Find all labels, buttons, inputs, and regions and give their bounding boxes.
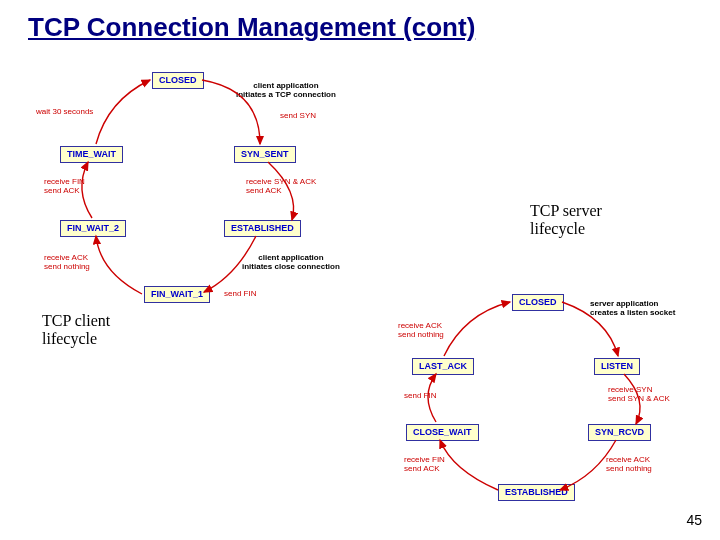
client-state-established: ESTABLISHED <box>224 220 301 237</box>
server-state-close-wait: CLOSE_WAIT <box>406 424 479 441</box>
client-ann-send-syn: send SYN <box>280 112 316 121</box>
server-ann-recv-syn: receive SYNsend SYN & ACK <box>608 386 670 404</box>
label-client-lifecycle: TCP clientlifecycle <box>42 312 110 347</box>
client-ann-recv-ack: receive ACKsend nothing <box>44 254 90 272</box>
server-state-established: ESTABLISHED <box>498 484 575 501</box>
server-state-last-ack: LAST_ACK <box>412 358 474 375</box>
page-number: 45 <box>686 512 702 528</box>
label-server-lifecycle: TCP serverlifecycle <box>530 202 602 237</box>
server-state-closed: CLOSED <box>512 294 564 311</box>
client-ann-recv-synack: receive SYN & ACKsend ACK <box>246 178 316 196</box>
slide-title: TCP Connection Management (cont) <box>28 12 475 43</box>
server-ann-recv-fin: receive FINsend ACK <box>404 456 445 474</box>
server-state-listen: LISTEN <box>594 358 640 375</box>
client-state-closed: CLOSED <box>152 72 204 89</box>
client-ann-init: client applicationinitiates a TCP connec… <box>236 82 336 100</box>
client-state-syn-sent: SYN_SENT <box>234 146 296 163</box>
client-state-fin-wait-1: FIN_WAIT_1 <box>144 286 210 303</box>
server-ann-recv-ack: receive ACKsend nothing <box>606 456 652 474</box>
server-state-syn-rcvd: SYN_RCVD <box>588 424 651 441</box>
client-state-fin-wait-2: FIN_WAIT_2 <box>60 220 126 237</box>
client-ann-wait30: wait 30 seconds <box>36 108 93 117</box>
client-state-time-wait: TIME_WAIT <box>60 146 123 163</box>
client-ann-recv-fin: receive FINsend ACK <box>44 178 85 196</box>
client-ann-close: client applicationinitiates close connec… <box>242 254 340 272</box>
server-ann-create-socket: server applicationcreates a listen socke… <box>590 300 675 318</box>
client-ann-send-fin: send FIN <box>224 290 256 299</box>
server-ann-send-fin: send FIN <box>404 392 436 401</box>
server-ann-recv-ack2: receive ACKsend nothing <box>398 322 444 340</box>
